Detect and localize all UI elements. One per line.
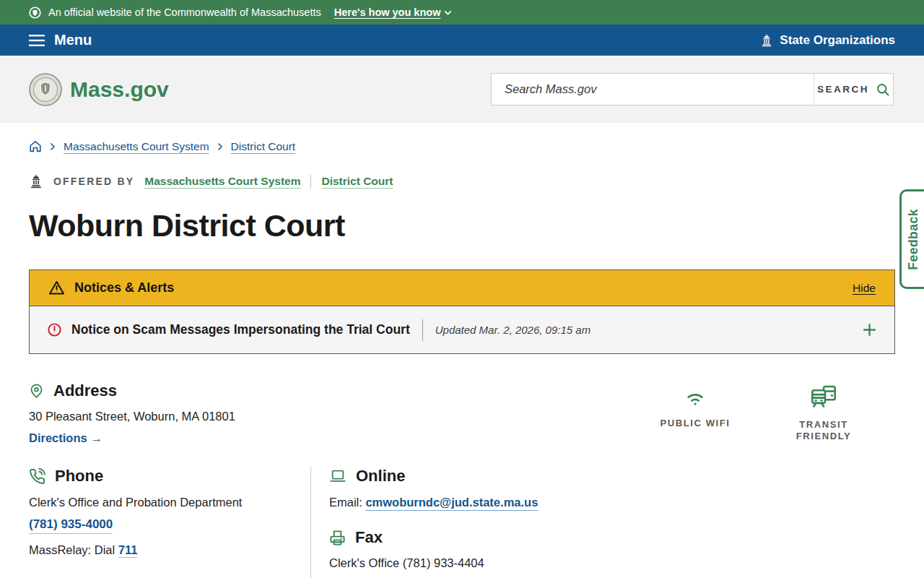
feedback-tab[interactable]: Feedback — [899, 189, 924, 289]
address-section: Address 30 Pleasant Street, Woburn, MA 0… — [29, 381, 895, 445]
search-button[interactable]: SEARCH — [814, 74, 893, 105]
phone-heading: Phone — [55, 467, 103, 486]
offered-by-label: OFFERED BY — [53, 176, 134, 187]
contact-section: Phone Clerk's Office and Probation Depar… — [29, 467, 895, 578]
breadcrumb: Massachusetts Court System District Cour… — [29, 140, 895, 153]
online-block: Online Email: cmwoburndc@jud.state.ma.us — [329, 467, 895, 509]
capitol-icon — [760, 34, 773, 47]
alerts-banner: Notices & Alerts Hide — [30, 270, 894, 306]
divider — [310, 175, 311, 189]
breadcrumb-home-link[interactable] — [29, 140, 42, 153]
fax-heading: Fax — [355, 528, 383, 547]
expand-notice-button[interactable] — [862, 322, 877, 337]
offered-by-district-court-link[interactable]: District Court — [321, 175, 393, 188]
utility-bar: An official website of the Commonwealth … — [0, 0, 924, 25]
home-icon — [29, 140, 42, 153]
transit-icon — [809, 385, 838, 410]
menu-bar: Menu State Organizations — [0, 25, 924, 56]
hide-alerts-link[interactable]: Hide — [853, 282, 876, 295]
site-search: SEARCH — [491, 73, 894, 105]
state-seal-small-icon — [29, 7, 41, 19]
plus-icon — [862, 322, 877, 337]
transit-friendly-badge: TRANSIT FRIENDLY — [785, 385, 862, 445]
page-title: Woburn District Court — [29, 208, 895, 243]
page-content: Massachusetts Court System District Cour… — [0, 140, 924, 578]
menu-button[interactable]: Menu — [29, 32, 92, 48]
notices-alerts-accordion: Notices & Alerts Hide Notice on Scam Mes… — [29, 269, 895, 354]
chevron-right-icon — [48, 142, 57, 151]
massrelay-711-link[interactable]: 711 — [118, 543, 138, 558]
notice-updated-text: Updated Mar. 2, 2026, 09:15 am — [435, 324, 590, 336]
directions-link[interactable]: Directions → — [29, 431, 103, 445]
address-heading: Address — [53, 381, 117, 400]
email-link[interactable]: cmwoburndc@jud.state.ma.us — [365, 496, 538, 511]
site-header: Mass.gov SEARCH — [0, 56, 924, 123]
alert-circle-icon — [47, 322, 62, 337]
search-icon — [876, 82, 890, 97]
notice-row: Notice on Scam Messages Impersonating th… — [30, 306, 894, 353]
menu-label: Menu — [54, 32, 92, 48]
breadcrumb-court-system-link[interactable]: Massachusetts Court System — [64, 140, 209, 153]
email-line: Email: cmwoburndc@jud.state.ma.us — [329, 496, 895, 509]
location-pin-icon — [29, 382, 44, 400]
laptop-icon — [329, 468, 346, 484]
breadcrumb-district-court-link[interactable]: District Court — [231, 140, 296, 153]
massgov-logo[interactable]: Mass.gov — [29, 73, 169, 106]
search-input[interactable] — [492, 74, 814, 105]
online-heading: Online — [356, 467, 405, 486]
chevron-right-icon — [216, 142, 225, 151]
chevron-down-icon — [443, 8, 453, 17]
public-wifi-badge: PUBLIC WIFI — [657, 385, 733, 445]
official-site-text: An official website of the Commonwealth … — [48, 7, 321, 18]
heres-how-you-know-toggle[interactable]: Here's how you know — [334, 7, 453, 18]
state-organizations-button[interactable]: State Organizations — [760, 33, 895, 48]
phone-icon — [29, 468, 45, 485]
state-seal-icon — [29, 73, 62, 106]
hamburger-icon — [29, 34, 45, 47]
phone-department: Clerk's Office and Probation Department — [29, 496, 310, 509]
divider — [422, 319, 423, 341]
warning-triangle-icon — [48, 280, 65, 296]
massgov-wordmark: Mass.gov — [70, 77, 169, 102]
wifi-icon — [681, 385, 710, 408]
offered-by-row: OFFERED BY Massachusetts Court System Di… — [29, 174, 895, 189]
fax-block: Fax Clerk's Office (781) 933-4404 — [329, 528, 895, 570]
fax-number-text: Clerk's Office (781) 933-4404 — [329, 556, 895, 570]
feedback-label: Feedback — [906, 209, 921, 270]
massrelay-line: MassRelay: Dial 711 — [29, 543, 310, 557]
transit-friendly-label: TRANSIT FRIENDLY — [785, 419, 862, 441]
offered-by-court-system-link[interactable]: Massachusetts Court System — [144, 175, 300, 188]
phone-number-link[interactable]: (781) 935-4000 — [29, 517, 113, 534]
address-text: 30 Pleasant Street, Woburn, MA 01801 — [29, 410, 235, 423]
address-block: Address 30 Pleasant Street, Woburn, MA 0… — [29, 381, 235, 445]
phone-block: Phone Clerk's Office and Probation Depar… — [29, 467, 310, 578]
fax-icon — [329, 530, 346, 546]
facility-badges: PUBLIC WIFI TRANSIT F — [657, 381, 862, 445]
public-wifi-label: PUBLIC WIFI — [660, 418, 730, 429]
capitol-dark-icon — [29, 174, 43, 189]
alerts-banner-title: Notices & Alerts — [74, 280, 174, 296]
notice-title-link[interactable]: Notice on Scam Messages Impersonating th… — [71, 322, 410, 337]
state-organizations-label: State Organizations — [780, 33, 895, 48]
